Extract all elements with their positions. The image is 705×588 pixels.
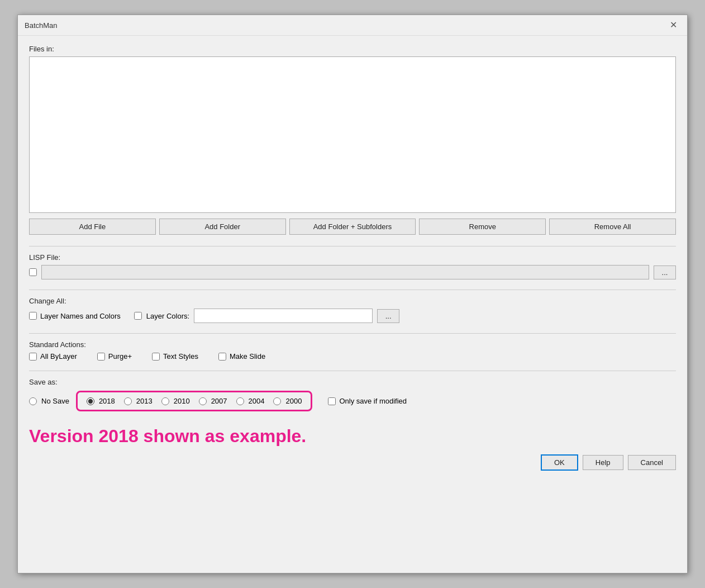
purge-plus-label: Purge+ [108,352,132,361]
layer-names-colors-checkbox[interactable] [29,312,37,320]
layer-colors-checkbox[interactable] [134,312,142,320]
batchman-dialog: BatchMan ✕ Files in: Add File Add Folder… [17,15,688,573]
dialog-title: BatchMan [25,21,58,30]
v2018-label: 2018 [99,397,115,405]
files-in-section: Files in: Add File Add Folder Add Folder… [29,45,676,235]
add-file-button[interactable]: Add File [29,219,156,235]
remove-button[interactable]: Remove [419,219,546,235]
standard-actions-section: Standard Actions: All ByLayer Purge+ Tex… [29,340,676,361]
title-bar: BatchMan ✕ [18,15,687,36]
no-save-label: No Save [41,397,69,405]
v2000-radio[interactable] [273,397,281,405]
only-save-modified-checkbox[interactable] [328,397,336,405]
make-slide-group: Make Slide [218,352,265,361]
add-folder-button[interactable]: Add Folder [159,219,286,235]
close-button[interactable]: ✕ [666,20,680,31]
v2004-radio[interactable] [236,397,244,405]
purge-plus-checkbox[interactable] [97,353,105,361]
no-save-group: No Save [29,397,69,405]
save-as-section: Save as: No Save 2018 2013 [29,378,676,411]
v2010-label: 2010 [174,397,190,405]
text-styles-checkbox[interactable] [152,353,160,361]
all-bylayer-group: All ByLayer [29,352,77,361]
v2018-radio[interactable] [87,397,94,405]
layer-colors-input[interactable] [194,309,373,323]
v2013-label: 2013 [136,397,153,405]
save-as-label: Save as: [29,378,676,386]
example-text-container: Version 2018 shown as example. [29,420,676,447]
cancel-button[interactable]: Cancel [628,455,676,470]
change-all-section: Change All: Layer Names and Colors Layer… [29,297,676,323]
files-in-label: Files in: [29,45,676,53]
all-bylayer-label: All ByLayer [40,352,77,361]
standard-actions-row: All ByLayer Purge+ Text Styles Make Slid… [29,352,676,361]
file-buttons-row: Add File Add Folder Add Folder + Subfold… [29,219,676,235]
add-folder-subfolders-button[interactable]: Add Folder + Subfolders [289,219,416,235]
lisp-file-checkbox[interactable] [29,268,37,276]
v2010-radio[interactable] [161,397,169,405]
lisp-file-input[interactable] [41,265,649,279]
v2004-group: 2004 [236,397,265,405]
layer-colors-browse-button[interactable]: ... [377,309,399,323]
v2004-label: 2004 [249,397,265,405]
only-save-group: Only save if modified [328,397,407,405]
files-list[interactable] [29,56,676,213]
ok-button[interactable]: OK [541,454,578,471]
all-bylayer-checkbox[interactable] [29,353,37,361]
layer-colors-label: Layer Colors: [146,312,189,320]
make-slide-checkbox[interactable] [218,353,226,361]
layer-names-colors-label: Layer Names and Colors [40,312,121,320]
text-styles-group: Text Styles [152,352,198,361]
lisp-file-section: LISP File: ... [29,253,676,279]
layer-colors-group: Layer Colors: ... [134,309,399,323]
lisp-file-label: LISP File: [29,253,676,262]
v2013-group: 2013 [124,397,153,405]
v2000-group: 2000 [273,397,302,405]
bottom-row: OK Help Cancel [29,454,676,471]
make-slide-label: Make Slide [230,352,265,361]
v2010-group: 2010 [161,397,190,405]
text-styles-label: Text Styles [163,352,198,361]
lisp-row: ... [29,265,676,279]
v2000-label: 2000 [285,397,302,405]
standard-actions-label: Standard Actions: [29,340,676,349]
purge-plus-group: Purge+ [97,352,132,361]
layer-names-colors-group: Layer Names and Colors [29,312,121,320]
v2018-group: 2018 [87,397,115,405]
v2007-radio[interactable] [199,397,207,405]
change-all-label: Change All: [29,297,676,305]
v2013-radio[interactable] [124,397,132,405]
v2007-group: 2007 [199,397,227,405]
v2007-label: 2007 [211,397,227,405]
version-example-text: Version 2018 shown as example. [29,426,306,447]
no-save-radio[interactable] [29,397,37,405]
help-button[interactable]: Help [583,455,623,470]
change-all-row: Layer Names and Colors Layer Colors: ... [29,309,676,323]
lisp-browse-button[interactable]: ... [654,265,676,279]
only-save-modified-label: Only save if modified [339,397,407,405]
version-highlight-box: 2018 2013 2010 2007 [76,391,313,411]
remove-all-button[interactable]: Remove All [549,219,676,235]
